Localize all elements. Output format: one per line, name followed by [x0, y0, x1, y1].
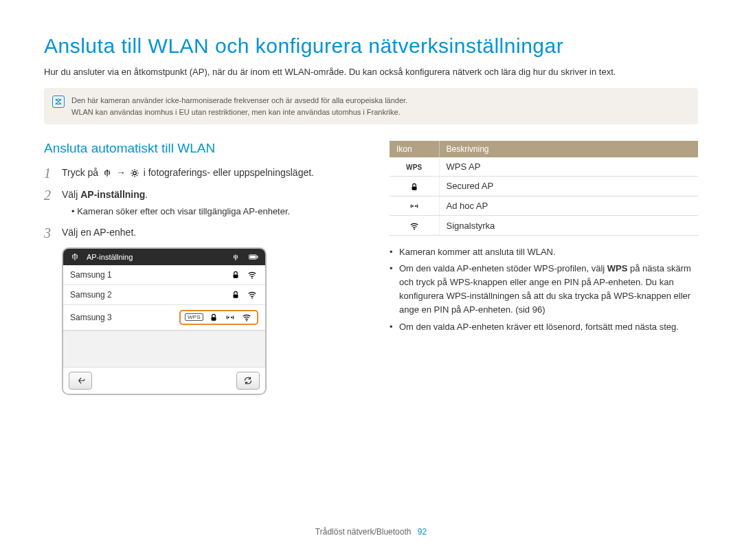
lock-icon [209, 313, 218, 322]
step-2: 2 Välj AP-inställning. Kameran söker eft… [44, 188, 357, 219]
table-row: WPS WPS AP [390, 157, 698, 177]
step-number: 1 [44, 166, 55, 181]
info-line: WLAN kan användas inomhus i EU utan rest… [71, 107, 407, 118]
lock-icon [231, 290, 240, 300]
wps-badge: WPS [185, 313, 203, 322]
svg-point-1 [133, 172, 136, 175]
table-header: Ikon [390, 141, 439, 157]
step-number: 3 [44, 225, 55, 240]
antenna-small-icon [231, 252, 240, 262]
list-item: Kameran kommer att ansluta till WLAN. [390, 245, 698, 259]
step-text: . [145, 189, 148, 200]
footer-text: Trådlöst nätverk/Bluetooth [315, 527, 412, 537]
right-bullet-list: Kameran kommer att ansluta till WLAN. Om… [390, 245, 698, 334]
svg-rect-8 [234, 294, 238, 298]
refresh-button[interactable] [236, 372, 260, 390]
svg-point-9 [251, 297, 253, 298]
step-3: 3 Välj en AP-enhet. [44, 225, 357, 240]
step-text-bold: AP-inställning [80, 189, 145, 200]
svg-rect-14 [412, 186, 416, 190]
step-text: Välj [62, 189, 80, 200]
svg-point-15 [412, 205, 413, 207]
ap-list-row[interactable]: Samsung 2 [63, 285, 265, 305]
svg-rect-6 [234, 274, 238, 278]
antenna-icon [102, 168, 112, 178]
svg-point-12 [231, 317, 232, 318]
svg-point-16 [415, 205, 416, 207]
wifi-icon [247, 290, 257, 300]
ap-name: Samsung 1 [70, 270, 223, 280]
svg-rect-10 [212, 317, 216, 320]
note-icon [52, 96, 65, 108]
arrow-icon: → [116, 167, 126, 178]
svg-point-17 [414, 229, 415, 230]
wifi-icon [409, 221, 419, 231]
wifi-icon [242, 313, 251, 322]
ap-name: Samsung 2 [70, 290, 223, 300]
table-cell: Ad hoc AP [439, 196, 698, 216]
ap-panel-header: AP-inställning [63, 249, 265, 265]
ap-selected-badges: WPS [179, 310, 258, 325]
list-item: Om den valda AP-enheten stöder WPS-profi… [390, 262, 698, 317]
page-number: 92 [418, 527, 427, 537]
gear-icon [130, 168, 139, 178]
ap-blank-area [63, 331, 265, 368]
back-button[interactable] [69, 372, 92, 390]
lock-icon [231, 270, 240, 280]
svg-rect-4 [250, 256, 256, 258]
table-cell: Secured AP [439, 177, 698, 197]
ap-name: Samsung 3 [70, 313, 172, 322]
page-heading: Ansluta till WLAN och konfigurera nätver… [44, 34, 698, 58]
svg-point-11 [228, 317, 229, 318]
step-number: 2 [44, 188, 55, 203]
page-footer: Trådlöst nätverk/Bluetooth 92 [0, 527, 742, 537]
intro-text: Hur du ansluter via en åtkomstpunkt (AP)… [44, 66, 698, 78]
ap-settings-panel: AP-inställning Samsung 1 Samsung 2 [62, 247, 267, 395]
ap-list-row[interactable]: Samsung 1 [63, 265, 265, 285]
table-cell: WPS AP [439, 157, 698, 177]
step-text: Tryck på [62, 167, 101, 178]
table-row: Secured AP [390, 177, 698, 197]
battery-icon [249, 252, 258, 262]
bullet-text: Om den valda AP-enheten stöder WPS-profi… [399, 263, 607, 273]
step-sub-bullet: Kameran söker efter och visar tillgängli… [71, 205, 357, 219]
table-cell: Signalstyrka [439, 216, 698, 236]
step-1: 1 Tryck på → i fotograferings- eller upp… [44, 166, 357, 181]
bullet-text-bold: WPS [607, 263, 628, 273]
svg-point-2 [74, 254, 76, 255]
info-line: Den här kameran använder icke-harmoniser… [71, 95, 407, 107]
info-callout: Den här kameran använder icke-harmoniser… [44, 88, 698, 124]
svg-point-13 [246, 320, 247, 321]
svg-rect-5 [257, 256, 258, 258]
wps-badge: WPS [404, 164, 425, 171]
ap-panel-title: AP-inställning [87, 253, 133, 261]
svg-point-7 [251, 277, 253, 278]
svg-point-0 [106, 170, 108, 172]
lock-icon [409, 182, 419, 192]
table-row: Signalstyrka [390, 216, 698, 236]
step-text: Välj en AP-enhet. [62, 225, 357, 240]
antenna-icon [70, 252, 80, 262]
table-header: Beskrivning [439, 141, 698, 157]
icon-description-table: Ikon Beskrivning WPS WPS AP Secured AP A… [390, 141, 698, 236]
step-text: i fotograferings- eller uppspelningsläge… [144, 167, 314, 178]
wifi-icon [247, 270, 257, 280]
ap-list-row[interactable]: Samsung 3 WPS [63, 305, 265, 331]
list-item: Om den valda AP-enheten kräver ett lösen… [390, 320, 698, 334]
table-row: Ad hoc AP [390, 196, 698, 216]
adhoc-icon [225, 313, 235, 322]
adhoc-icon [409, 201, 419, 211]
section-title: Ansluta automatiskt till WLAN [44, 141, 357, 156]
